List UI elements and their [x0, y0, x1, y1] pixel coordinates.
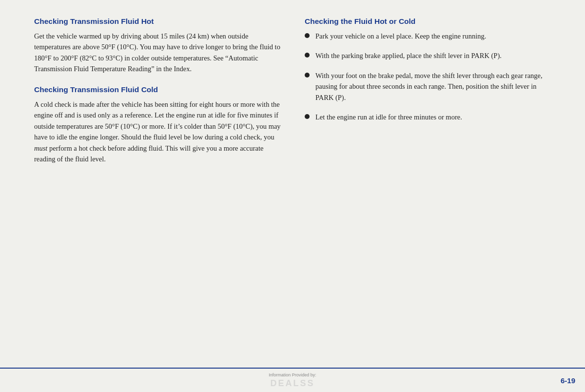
heading-fluid-cold: Checking Transmission Fluid Cold: [34, 85, 285, 94]
right-column: Checking the Fluid Hot or Cold Park your…: [305, 17, 556, 351]
bullet-text-1: Park your vehicle on a level place. Keep…: [315, 31, 486, 41]
bullet-dot-2: [305, 53, 310, 58]
text-fluid-cold-italic: must: [34, 144, 47, 152]
footer-logo: DEALSS: [270, 378, 314, 389]
footer-right: 6-19: [561, 376, 575, 385]
page-number: 6-19: [561, 376, 575, 385]
bullet-item-1: Park your vehicle on a level place. Keep…: [305, 31, 556, 41]
bullet-dot-4: [305, 114, 310, 119]
heading-fluid-hot-or-cold: Checking the Fluid Hot or Cold: [305, 17, 556, 26]
page-content: Checking Transmission Fluid Hot Get the …: [0, 0, 585, 351]
text-fluid-cold: A cold check is made after the vehicle h…: [34, 99, 285, 165]
text-fluid-cold-part1: A cold check is made after the vehicle h…: [34, 100, 281, 141]
bullet-item-4: Let the engine run at idle for three min…: [305, 112, 556, 122]
footer-center: Information Provided by: DEALSS: [269, 372, 316, 389]
footer-info-text: Information Provided by:: [269, 372, 316, 377]
footer-bar: Information Provided by: DEALSS 6-19: [0, 368, 585, 392]
bullet-item-3: With your foot on the brake pedal, move …: [305, 70, 556, 103]
bullet-text-2: With the parking brake applied, place th…: [315, 50, 502, 61]
heading-fluid-hot: Checking Transmission Fluid Hot: [34, 17, 285, 26]
bullet-list: Park your vehicle on a level place. Keep…: [305, 31, 556, 123]
text-fluid-hot: Get the vehicle warmed up by driving abo…: [34, 31, 285, 75]
bullet-dot-1: [305, 33, 310, 38]
bullet-text-4: Let the engine run at idle for three min…: [315, 112, 462, 122]
bullet-item-2: With the parking brake applied, place th…: [305, 50, 556, 61]
text-fluid-cold-part2: perform a hot check before adding fluid.…: [34, 144, 263, 163]
left-column: Checking Transmission Fluid Hot Get the …: [34, 17, 285, 351]
bullet-dot-3: [305, 73, 310, 78]
bullet-text-3: With your foot on the brake pedal, move …: [315, 70, 556, 103]
